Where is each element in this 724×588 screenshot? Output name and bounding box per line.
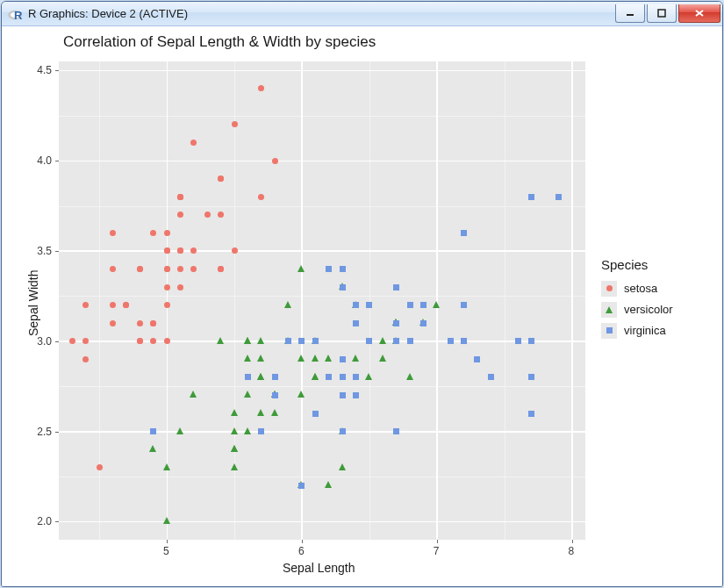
data-point-versicolor	[284, 301, 291, 308]
data-point-virginica	[448, 338, 454, 344]
data-point-setosa	[190, 247, 197, 254]
data-point-setosa	[69, 338, 75, 344]
data-point-virginica	[326, 266, 332, 272]
data-point-versicolor	[231, 445, 238, 452]
data-point-virginica	[326, 374, 332, 380]
data-point-virginica	[461, 230, 467, 236]
data-point-setosa	[204, 212, 211, 218]
data-point-virginica	[340, 428, 346, 434]
y-tick-label: 4.5	[37, 64, 52, 76]
data-point-versicolor	[297, 265, 305, 272]
titlebar[interactable]: R R Graphics: Device 2 (ACTIVE)	[2, 2, 722, 26]
data-point-virginica	[528, 374, 534, 380]
data-point-versicolor	[257, 337, 264, 344]
data-point-setosa	[190, 140, 197, 146]
data-point-setosa	[137, 320, 143, 326]
data-point-setosa	[110, 320, 116, 326]
data-point-virginica	[340, 374, 346, 380]
data-point-versicolor	[244, 337, 251, 344]
close-button[interactable]	[678, 4, 720, 23]
legend-label: setosa	[624, 282, 657, 295]
data-point-setosa	[110, 302, 116, 308]
plot-area: Correlation of Sepal Length & Width by s…	[2, 26, 722, 586]
data-point-setosa	[258, 194, 264, 200]
data-point-setosa	[218, 212, 224, 218]
y-tick-label: 2.5	[37, 426, 52, 438]
data-point-versicolor	[257, 355, 264, 362]
data-point-setosa	[164, 230, 170, 236]
data-point-virginica	[353, 320, 359, 326]
legend-item-virginica: virginica	[601, 321, 673, 341]
data-point-setosa	[150, 338, 156, 344]
data-point-setosa	[232, 247, 238, 254]
data-point-versicolor	[163, 463, 170, 470]
data-point-setosa	[164, 266, 170, 272]
x-tick-label: 6	[298, 545, 305, 557]
legend-title: Species	[601, 257, 673, 272]
data-point-virginica	[461, 338, 467, 344]
data-point-setosa	[164, 338, 170, 344]
data-point-setosa	[177, 212, 183, 218]
data-point-versicolor	[163, 517, 170, 524]
app-window: R R Graphics: Device 2 (ACTIVE) Correlat…	[1, 1, 723, 587]
data-point-setosa	[164, 302, 170, 308]
data-point-setosa	[97, 464, 103, 470]
data-point-setosa	[177, 266, 183, 272]
data-point-versicolor	[312, 373, 319, 380]
legend-swatch-icon	[601, 281, 617, 297]
svg-text:R: R	[14, 9, 23, 22]
y-axis-label: Sepal Width	[26, 269, 40, 335]
data-point-virginica	[245, 374, 251, 380]
data-point-setosa	[137, 266, 143, 272]
r-logo-icon: R	[7, 6, 23, 22]
svg-rect-4	[658, 10, 665, 17]
data-point-versicolor	[325, 481, 332, 488]
data-point-versicolor	[244, 427, 251, 434]
data-point-virginica	[258, 428, 264, 434]
minimize-button[interactable]	[615, 4, 645, 23]
data-point-virginica	[528, 194, 534, 200]
x-tick-label: 8	[569, 545, 575, 557]
legend-item-setosa: setosa	[601, 279, 673, 298]
data-point-setosa	[150, 320, 156, 326]
y-tick-label: 3.0	[37, 335, 52, 348]
data-point-virginica	[461, 302, 467, 308]
data-point-virginica	[407, 338, 413, 344]
data-point-setosa	[232, 121, 238, 127]
data-point-virginica	[393, 284, 399, 290]
data-point-setosa	[110, 230, 116, 236]
chart-title: Correlation of Sepal Length & Width by s…	[63, 33, 376, 51]
data-point-virginica	[366, 302, 372, 308]
data-point-versicolor	[257, 373, 264, 380]
data-point-versicolor	[379, 337, 386, 344]
data-point-setosa	[137, 338, 143, 344]
data-point-virginica	[285, 338, 291, 344]
data-point-setosa	[123, 302, 129, 308]
data-point-versicolor	[231, 409, 238, 416]
data-point-versicolor	[244, 355, 251, 362]
legend-item-versicolor: versicolor	[601, 300, 673, 319]
data-point-virginica	[150, 428, 156, 434]
data-point-setosa	[177, 194, 183, 200]
data-point-setosa	[272, 158, 278, 164]
data-point-versicolor	[352, 355, 359, 362]
data-point-versicolor	[231, 427, 238, 434]
y-tick-label: 4.0	[37, 154, 52, 167]
data-point-setosa	[150, 230, 156, 236]
y-tick-label: 2.0	[37, 515, 52, 527]
data-point-virginica	[312, 411, 319, 417]
data-point-versicolor	[433, 301, 440, 308]
maximize-button[interactable]	[647, 4, 677, 23]
data-point-versicolor	[217, 337, 224, 344]
data-point-virginica	[407, 302, 413, 308]
legend-label: virginica	[624, 324, 666, 337]
chart-panel	[59, 61, 585, 540]
data-point-setosa	[218, 266, 224, 272]
legend: Species setosaversicolorvirginica	[601, 257, 673, 342]
data-point-versicolor	[406, 373, 413, 380]
window-title: R Graphics: Device 2 (ACTIVE)	[28, 7, 188, 20]
data-point-virginica	[393, 320, 399, 326]
legend-swatch-icon	[601, 323, 617, 339]
data-point-setosa	[218, 176, 224, 182]
data-point-virginica	[474, 356, 480, 362]
